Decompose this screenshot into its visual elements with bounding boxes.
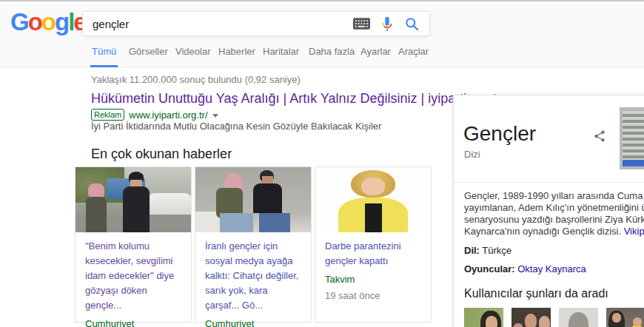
art-shape [361, 178, 384, 195]
chevron-down-icon[interactable] [212, 114, 218, 118]
ad-title-link[interactable]: Hükümetin Unuttuğu Yaş Aralığı | Artık Y… [91, 91, 501, 107]
art-shape [86, 197, 107, 232]
ad-url-row: Reklam www.iyiparti.org.tr/ [91, 109, 218, 121]
google-serp-page: { "colors": { "brand_blue": "#4285f4", "… [0, 0, 644, 327]
tab-daha-fazla[interactable]: Daha fazla [309, 44, 355, 67]
related-searches-heading: Kullanıcılar şunları da aradı [464, 287, 644, 300]
tab-araclar[interactable]: Araçlar [398, 44, 429, 67]
related-thumbnail-movie-poster[interactable]: pkadan Babam Çık [559, 308, 598, 327]
news-card-title[interactable]: Darbe parantezini gençler kapattı [325, 239, 421, 269]
art-shape [365, 203, 382, 232]
art-shape [147, 193, 191, 215]
news-card: "Benim kolumu kesecekler, sevgilimi idam… [75, 166, 192, 323]
knowledge-panel-header: Gençler Dizi [454, 95, 644, 183]
mic-icon[interactable] [381, 16, 393, 32]
wikipedia-link[interactable]: Vikipedi [624, 226, 644, 237]
related-thumbnail[interactable] [606, 308, 644, 327]
keyboard-icon[interactable] [353, 18, 370, 30]
news-cards: "Benim kolumu kesecekler, sevgilimi idam… [75, 166, 432, 323]
art-shape [220, 213, 253, 232]
news-card: Darbe parantezini gençler kapattı Takvim… [315, 166, 432, 323]
art-shape [623, 111, 644, 164]
fact-label: Oyuncular: [464, 263, 515, 274]
entity-poster-image[interactable] [620, 107, 644, 169]
news-card: İranlı gençler için sosyal medya ayağa k… [195, 166, 312, 323]
search-box-icons [353, 16, 429, 32]
art-shape [633, 317, 642, 327]
art-shape [623, 160, 644, 166]
knowledge-panel: Gençler Dizi Gençler, 1989-1990 yılları … [453, 95, 644, 327]
related-searches-thumbnails: pkadan Babam Çık [464, 308, 644, 327]
art-shape [486, 316, 497, 327]
news-card-time: 19 saat önce [325, 290, 421, 301]
tab-videolar[interactable]: Videolar [175, 44, 210, 67]
tab-tumu[interactable]: Tümü [92, 44, 116, 67]
tab-haritalar[interactable]: Haritalar [263, 44, 299, 67]
fact-value: Türkçe [482, 245, 511, 256]
entity-title: Gençler [463, 122, 536, 146]
entity-description: Gençler, 1989-1990 yılları arasında Cuma… [464, 190, 644, 237]
news-image-seated-couple[interactable] [195, 167, 311, 232]
related-thumbnail[interactable] [511, 308, 551, 327]
logo-letter: g [55, 8, 68, 36]
fact-row-cast: Oyuncular: Oktay Kaynarca [464, 263, 644, 274]
share-icon[interactable] [593, 129, 606, 146]
news-card-source: Cumhuriyet [85, 318, 181, 327]
ad-url: www.iyiparti.org.tr/ [129, 109, 207, 121]
tab-gorseller[interactable]: Görseller [129, 44, 168, 67]
logo-letter: G [10, 8, 28, 36]
art-shape [525, 314, 537, 327]
google-logo[interactable]: Google [10, 8, 86, 36]
art-shape [612, 313, 621, 323]
tab-ayarlar[interactable]: Ayarlar [360, 44, 391, 67]
art-shape [253, 183, 282, 213]
ad-badge: Reklam [91, 109, 124, 121]
search-box[interactable]: gençler [82, 11, 430, 36]
search-input[interactable]: gençler [83, 18, 353, 30]
logo-letter: o [41, 8, 55, 36]
art-shape [539, 316, 550, 327]
ad-description: İyi Parti İktidarında Mutlu Olacağına Ke… [91, 121, 381, 132]
art-shape [123, 186, 150, 232]
fact-label: Dil: [464, 245, 480, 256]
news-card-source: Takvim [325, 274, 421, 285]
logo-letter: o [28, 8, 41, 36]
news-section-heading: En çok okunan haberler [91, 146, 232, 162]
news-image-roadside-couple[interactable] [76, 167, 191, 232]
knowledge-panel-body: Gençler, 1989-1990 yılları arasında Cuma… [454, 183, 644, 327]
news-card-title[interactable]: "Benim kolumu kesecekler, sevgilimi idam… [85, 239, 181, 313]
art-shape [259, 213, 290, 232]
fact-row-language: Dil: Türkçe [464, 245, 644, 256]
entity-subtitle: Dizi [464, 149, 480, 160]
related-thumbnail[interactable] [464, 308, 503, 327]
news-card-source: Cumhuriyet [205, 318, 301, 327]
news-card-body: "Benim kolumu kesecekler, sevgilimi idam… [76, 232, 191, 327]
news-card-body: Darbe parantezini gençler kapattı Takvim… [315, 232, 431, 301]
news-image-portrait-woman[interactable] [315, 167, 431, 232]
tab-haberler[interactable]: Haberler [218, 44, 255, 67]
cast-member-link[interactable]: Oktay Kaynarca [517, 263, 586, 274]
result-stats: Yaklaşık 11.200.000 sonuç bulundu (0,92 … [91, 74, 301, 85]
news-card-body: İranlı gençler için sosyal medya ayağa k… [195, 232, 311, 327]
search-icon[interactable] [404, 16, 420, 32]
description-line: senaryosunu yazdığı başrollerini Ziya Kü… [464, 214, 644, 226]
description-line: yayımlanan, Adem Kılıç'ın yönetmenliğini… [464, 202, 644, 214]
search-header: Google gençler Tümü Görseller Videolar H… [0, 1, 644, 67]
news-card-title[interactable]: İranlı gençler için sosyal medya ayağa k… [205, 239, 301, 313]
description-line: Kaynarca'nın oynadığı Gençlik dizisi. Vi… [464, 226, 644, 237]
description-line: Gençler, 1989-1990 yılları arasında Cuma… [464, 190, 644, 202]
